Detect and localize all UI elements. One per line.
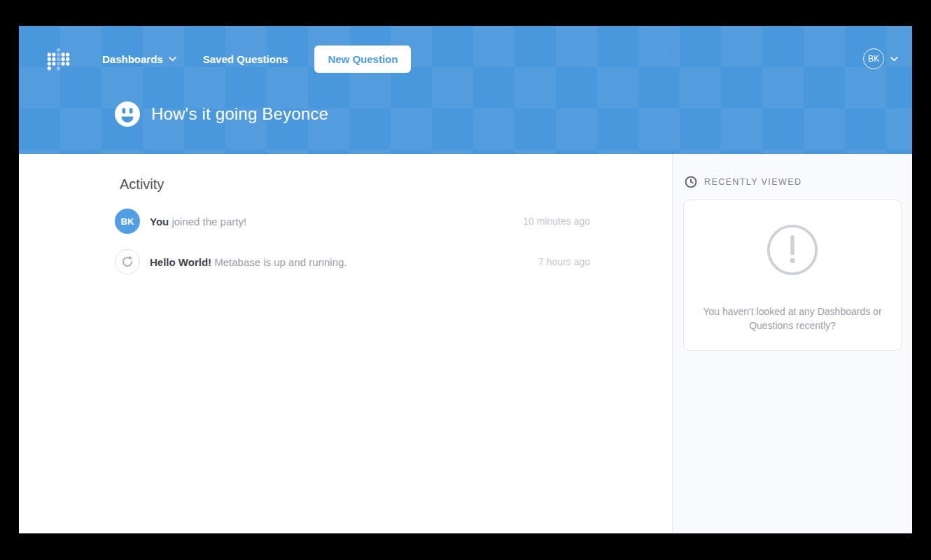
activity-description: Metabase is up and running. — [211, 256, 346, 268]
nav-saved-questions[interactable]: Saved Questions — [203, 53, 288, 65]
user-menu: BK — [863, 48, 898, 69]
greeting: How's it going Beyonce — [19, 102, 912, 127]
activity-row-text: Hello World! Metabase is up and running. — [150, 256, 538, 268]
activity-timestamp: 7 hours ago — [538, 256, 590, 267]
activity-section-title: Activity — [120, 175, 590, 193]
nav-saved-questions-label: Saved Questions — [203, 53, 288, 65]
chevron-down-icon — [169, 57, 176, 62]
recently-viewed-sidebar: RECENTLY VIEWED You haven't looked at an… — [672, 154, 912, 533]
activity-description: joined the party! — [169, 216, 246, 227]
empty-state-text: You haven't looked at any Dashboards or … — [703, 304, 881, 333]
user-menu-chevron-icon[interactable] — [890, 57, 898, 62]
metabase-dot-grid-icon — [47, 48, 70, 71]
top-nav: Dashboards Saved Questions New Question … — [19, 26, 912, 92]
user-avatar[interactable]: BK — [863, 48, 884, 69]
activity-timestamp: 10 minutes ago — [523, 216, 590, 227]
activity-row-hello-world[interactable]: Hello World! Metabase is up and running.… — [115, 249, 590, 274]
recently-viewed-title: RECENTLY VIEWED — [704, 177, 802, 187]
greeting-text: How's it going Beyonce — [151, 104, 328, 124]
metabase-logo-icon[interactable] — [47, 48, 70, 71]
empty-state-line2: Questions recently? — [703, 318, 881, 332]
activity-feed: Activity BK You joined the party! 10 min… — [19, 154, 672, 533]
activity-row-joined[interactable]: BK You joined the party! 10 minutes ago — [115, 209, 590, 234]
nav-dashboards-label: Dashboards — [102, 53, 163, 65]
refresh-avatar — [115, 249, 140, 274]
new-question-button[interactable]: New Question — [314, 46, 411, 73]
nav-dashboards[interactable]: Dashboards — [102, 53, 176, 65]
app-header: Dashboards Saved Questions New Question … — [19, 26, 912, 154]
user-initials-avatar: BK — [115, 209, 140, 234]
activity-actor: You — [150, 216, 169, 227]
app-window: Dashboards Saved Questions New Question … — [19, 26, 912, 533]
refresh-icon — [120, 255, 134, 269]
activity-actor: Hello World! — [150, 256, 211, 268]
smiley-face-icon — [115, 102, 140, 127]
content-area: Activity BK You joined the party! 10 min… — [19, 154, 912, 533]
recently-viewed-empty-card: You haven't looked at any Dashboards or … — [683, 200, 902, 351]
empty-state-line1: You haven't looked at any Dashboards or — [703, 304, 881, 318]
exclamation-circle-icon — [766, 223, 819, 276]
activity-row-text: You joined the party! — [150, 216, 523, 227]
clock-icon — [685, 176, 697, 188]
recently-viewed-header: RECENTLY VIEWED — [683, 176, 902, 188]
